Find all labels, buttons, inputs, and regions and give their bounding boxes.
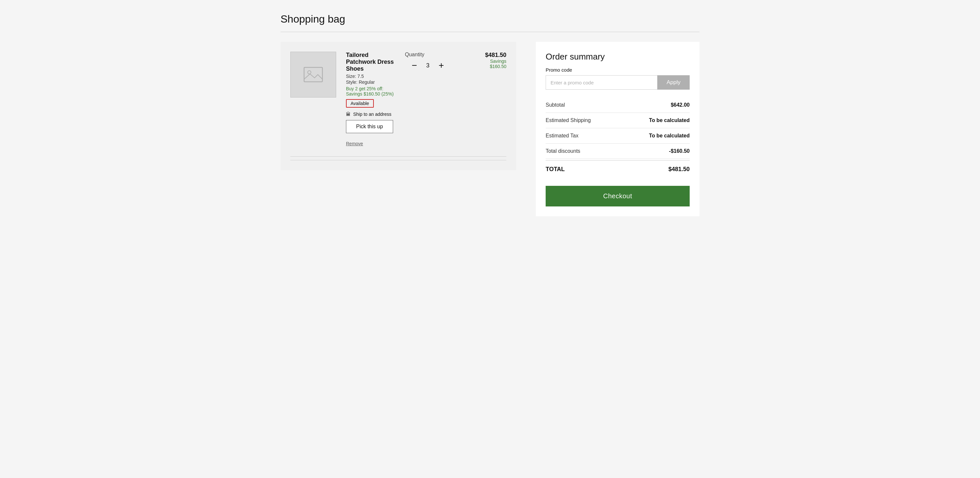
item-divider <box>290 160 506 160</box>
image-icon <box>304 65 323 84</box>
bag-section: Tailored Patchwork Dress Shoes Size: 7.5… <box>280 42 516 170</box>
quantity-increase-button[interactable]: + <box>437 61 445 70</box>
order-summary: Order summary Promo code Apply Subtotal … <box>536 42 700 216</box>
item-name: Tailored Patchwork Dress Shoes <box>346 52 395 72</box>
shipping-label: Estimated Shipping <box>546 118 591 123</box>
item-details: Tailored Patchwork Dress Shoes Size: 7.5… <box>346 52 395 146</box>
header-divider <box>280 32 700 32</box>
remove-link-wrapper: Remove <box>346 138 395 146</box>
page-title: Shopping bag <box>280 13 700 25</box>
remove-button[interactable]: Remove <box>346 141 363 146</box>
cart-item: Tailored Patchwork Dress Shoes Size: 7.5… <box>290 52 506 157</box>
main-content: Tailored Patchwork Dress Shoes Size: 7.5… <box>280 42 700 216</box>
quantity-decrease-button[interactable]: − <box>410 61 418 70</box>
apply-button[interactable]: Apply <box>657 75 690 90</box>
total-label: TOTAL <box>546 166 565 173</box>
svg-point-1 <box>308 71 311 74</box>
subtotal-value: $642.00 <box>671 102 690 108</box>
shipping-row: Estimated Shipping To be calculated <box>546 113 690 128</box>
product-image <box>290 52 336 97</box>
quantity-label: Quantity <box>405 52 425 57</box>
item-price: $481.50 <box>467 52 506 59</box>
item-size: Size: 7.5 <box>346 74 395 79</box>
subtotal-label: Subtotal <box>546 102 565 108</box>
quantity-value: 3 <box>423 62 433 69</box>
savings-label: Savings <box>467 59 506 64</box>
availability-badge: Available <box>346 99 374 108</box>
pick-up-button[interactable]: Pick this up <box>346 120 393 133</box>
item-right: Quantity − 3 + $481.50 Savings $160.50 <box>405 52 506 70</box>
shipping-value: To be calculated <box>649 118 690 123</box>
discounts-label: Total discounts <box>546 148 580 154</box>
tax-row: Estimated Tax To be calculated <box>546 128 690 144</box>
summary-title: Order summary <box>546 52 690 62</box>
discounts-value: -$160.50 <box>669 148 690 154</box>
promo-label: Promo code <box>546 67 690 73</box>
subtotal-row: Subtotal $642.00 <box>546 97 690 113</box>
tax-value: To be calculated <box>649 133 690 139</box>
ship-icon: 🏛 <box>346 111 350 117</box>
price-section: $481.50 Savings $160.50 <box>467 52 506 69</box>
total-row: TOTAL $481.50 <box>546 160 690 178</box>
quantity-controls: − 3 + <box>410 61 445 70</box>
item-promo: Buy 2 get 25% off: Savings $160.50 (25%) <box>346 86 395 97</box>
promo-code-input[interactable] <box>546 75 657 90</box>
ship-row: 🏛 Ship to an address <box>346 111 395 117</box>
ship-label: Ship to an address <box>353 111 391 117</box>
savings-amount: $160.50 <box>467 64 506 69</box>
discounts-row: Total discounts -$160.50 <box>546 144 690 159</box>
promo-row: Apply <box>546 75 690 90</box>
item-style: Style: Regular <box>346 79 395 85</box>
svg-rect-0 <box>304 67 322 82</box>
tax-label: Estimated Tax <box>546 133 578 139</box>
quantity-section: Quantity − 3 + <box>405 52 451 70</box>
checkout-button[interactable]: Checkout <box>546 186 690 206</box>
total-value: $481.50 <box>668 166 690 173</box>
